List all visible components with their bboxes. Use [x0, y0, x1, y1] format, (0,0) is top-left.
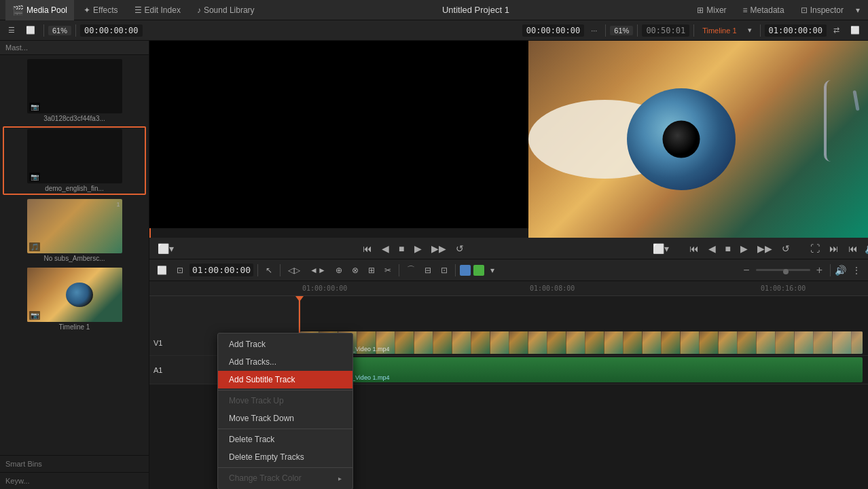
- program-prev-clip[interactable]: ⏮: [687, 242, 702, 255]
- toolbar-sep-6: [760, 24, 761, 37]
- smart-bins[interactable]: Smart Bins: [0, 455, 149, 472]
- ctx-move-track-up-label: Move Track Up: [229, 396, 284, 405]
- toolbar-sep-1: [43, 24, 44, 37]
- media-label-1: 3a0128cd3cf44fa3...: [43, 115, 105, 122]
- tl-slip-tool[interactable]: ⊕: [332, 264, 346, 276]
- source-prev-clip[interactable]: ⏮: [360, 242, 375, 255]
- tl-snapping[interactable]: ⊡: [173, 264, 187, 276]
- timeline-label-chevron[interactable]: ▾: [744, 24, 756, 36]
- timeline-timecode-display[interactable]: 01:00:00:00: [189, 264, 253, 276]
- media-item-4[interactable]: 📷 Timeline 1: [3, 266, 146, 332]
- program-timecode-center[interactable]: 00:00:00:00: [522, 24, 584, 37]
- timeline-label[interactable]: Timeline 1: [698, 26, 740, 35]
- tl-roll-tool[interactable]: ⊗: [348, 264, 362, 276]
- source-prev-frame[interactable]: ◀: [379, 242, 392, 255]
- media-item-1[interactable]: 📷 3a0128cd3cf44fa3...: [3, 58, 146, 124]
- program-next-frame[interactable]: ▶▶: [755, 242, 775, 255]
- tl-trim-tool[interactable]: ◁▷: [285, 264, 304, 276]
- ctx-delete-track[interactable]: Delete Track: [218, 431, 352, 448]
- source-monitor-icon[interactable]: ⬜▾: [155, 242, 177, 255]
- tl-curve-tool[interactable]: ⌒: [403, 263, 418, 277]
- ctx-delete-empty-tracks-label: Delete Empty Tracks: [229, 452, 304, 462]
- tl-select-tool[interactable]: ↖: [262, 264, 276, 276]
- tl-link-tool[interactable]: ⊟: [421, 264, 435, 276]
- nav-sound-library[interactable]: ♪ Sound Library: [190, 0, 261, 20]
- panel-tab-master[interactable]: Mast...: [0, 41, 149, 55]
- tl-razor-tool[interactable]: ✂: [381, 264, 395, 276]
- source-view-icon[interactable]: ⬜: [22, 24, 39, 36]
- media-label-3: No subs_Ambersc...: [43, 255, 105, 262]
- program-monitor-icon[interactable]: ⬜▾: [650, 242, 672, 255]
- mixer-icon: ⊞: [697, 5, 704, 15]
- ctx-add-tracks[interactable]: Add Tracks...: [218, 353, 352, 371]
- source-loop[interactable]: ↺: [453, 242, 467, 255]
- source-stop[interactable]: ■: [396, 242, 407, 255]
- program-fullscreen[interactable]: ⛶: [808, 242, 822, 255]
- extra-dots[interactable]: ···: [587, 25, 601, 36]
- ctx-add-subtitle-track[interactable]: Add Subtitle Track: [218, 371, 352, 388]
- program-skip-end[interactable]: ⏭: [827, 242, 842, 255]
- keywords-bin[interactable]: Keyw...: [0, 472, 149, 489]
- ctx-add-track[interactable]: Add Track: [218, 336, 352, 353]
- media-thumb-3: 🎵 1: [27, 199, 122, 253]
- top-nav-bar: 🎬 Media Pool ✦ Effects ☰ Edit Index ♪ So…: [0, 0, 868, 20]
- timeline-timecode-toolbar[interactable]: 01:00:00:00: [765, 24, 827, 37]
- ctx-delete-empty-tracks[interactable]: Delete Empty Tracks: [218, 448, 352, 466]
- tl-zoom-in[interactable]: +: [813, 263, 826, 278]
- volume-icon[interactable]: 🔊: [865, 243, 868, 254]
- nav-inspector[interactable]: ⊡ Inspector: [794, 0, 850, 20]
- tl-color-v[interactable]: [460, 265, 471, 276]
- program-to-in[interactable]: ⏮: [846, 242, 861, 255]
- source-timecode[interactable]: 00:00:00:00: [80, 24, 142, 37]
- video-clip-v1[interactable]: subs_Amberscript_Video 1.mp4: [300, 331, 863, 354]
- ff-15: [566, 331, 585, 354]
- tl-ripple-tool[interactable]: ◄►: [306, 264, 329, 276]
- nav-effects[interactable]: ✦ Effects: [77, 0, 124, 20]
- source-preview: [149, 41, 528, 238]
- sync-icon[interactable]: ⇄: [829, 24, 844, 36]
- media-item-3[interactable]: 🎵 1 No subs_Ambersc...: [3, 198, 146, 264]
- nav-overflow[interactable]: ▾: [853, 0, 863, 20]
- sound-icon: ♪: [197, 5, 201, 15]
- program-stop[interactable]: ■: [723, 242, 734, 255]
- tl-flag-tool[interactable]: ⊡: [437, 264, 451, 276]
- app-title: Untitled Project 1: [264, 5, 688, 15]
- main-layout: Mast... 📷 3a0128cd3cf44fa3... 📷 demo_eng…: [0, 41, 868, 489]
- tl-zoom-track[interactable]: [756, 269, 810, 271]
- source-next-frame[interactable]: ▶▶: [429, 242, 449, 255]
- clip-highlight: [727, 331, 863, 354]
- tl-rate-tool[interactable]: ⊞: [365, 264, 378, 276]
- audio-clip-a1[interactable]: subs_Amberscript_Video 1.mp4: [300, 357, 863, 382]
- tl-color-a[interactable]: [473, 265, 484, 276]
- nav-mixer[interactable]: ⊞ Mixer: [690, 0, 733, 20]
- nav-edit-index[interactable]: ☰ Edit Index: [128, 0, 187, 20]
- preview-pane: [149, 41, 868, 238]
- program-zoom[interactable]: 61%: [610, 26, 633, 35]
- timeline-ruler: 01:00:00:00 01:00:08:00 01:00:16:00: [149, 281, 868, 296]
- program-loop[interactable]: ↺: [779, 242, 793, 255]
- nav-media-pool[interactable]: 🎬 Media Pool: [5, 0, 74, 20]
- ff-11: [490, 331, 509, 354]
- track-label-a1: A1: [153, 366, 162, 374]
- toolbar-sep-3: [605, 24, 606, 37]
- ruler-mark-0: 01:00:00:00: [302, 285, 347, 292]
- tl-monitor-icon[interactable]: ⬜: [153, 264, 170, 276]
- tl-color-chevron[interactable]: ▾: [487, 264, 498, 276]
- layout-icon[interactable]: ⬜: [846, 24, 864, 36]
- workspace-icon[interactable]: ☰: [4, 24, 19, 36]
- program-prev-frame[interactable]: ◀: [706, 242, 719, 255]
- tl-overflow[interactable]: ⋮: [849, 264, 864, 276]
- source-play[interactable]: ▶: [412, 242, 424, 255]
- media-item-2[interactable]: 📷 demo_english_fin...: [3, 126, 146, 195]
- source-zoom[interactable]: 61%: [48, 26, 71, 35]
- program-play[interactable]: ▶: [738, 242, 751, 255]
- source-scrubber[interactable]: [149, 228, 528, 238]
- ff-12: [509, 331, 528, 354]
- toolbar-sep-5: [693, 24, 694, 37]
- tl-zoom-handle[interactable]: [783, 269, 789, 274]
- glasses-frame: [824, 80, 865, 162]
- tl-zoom-out[interactable]: −: [740, 263, 753, 278]
- tl-volume[interactable]: 🔊: [835, 265, 846, 276]
- ctx-move-track-down[interactable]: Move Track Down: [218, 410, 352, 427]
- nav-metadata[interactable]: ≡ Metadata: [736, 0, 791, 20]
